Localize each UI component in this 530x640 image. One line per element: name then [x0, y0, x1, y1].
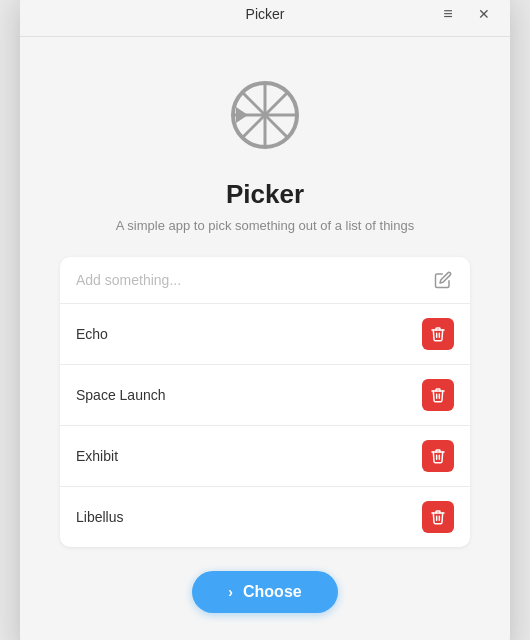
logo-container — [220, 67, 310, 161]
edit-icon-button[interactable] — [432, 269, 454, 291]
app-window: Picker ≡ ✕ Pick — [20, 0, 510, 640]
item-label: Libellus — [76, 509, 422, 525]
app-logo — [220, 67, 310, 157]
list-item: Echo — [60, 304, 470, 365]
delete-button[interactable] — [422, 501, 454, 533]
delete-button[interactable] — [422, 440, 454, 472]
close-button[interactable]: ✕ — [470, 0, 498, 28]
delete-button[interactable] — [422, 318, 454, 350]
add-item-input[interactable] — [76, 272, 432, 288]
trash-icon — [430, 448, 446, 464]
trash-icon — [430, 387, 446, 403]
chevron-right-icon: › — [228, 584, 233, 600]
list-item: Space Launch — [60, 365, 470, 426]
window-title: Picker — [246, 6, 285, 22]
choose-button-label: Choose — [243, 583, 302, 601]
titlebar-actions: ≡ ✕ — [434, 0, 498, 28]
list-item: Exhibit — [60, 426, 470, 487]
app-title: Picker — [226, 179, 304, 210]
list-item: Libellus — [60, 487, 470, 547]
item-label: Space Launch — [76, 387, 422, 403]
menu-icon: ≡ — [443, 5, 452, 23]
add-item-row — [60, 257, 470, 304]
close-icon: ✕ — [478, 6, 490, 22]
menu-button[interactable]: ≡ — [434, 0, 462, 28]
trash-icon — [430, 326, 446, 342]
item-label: Echo — [76, 326, 422, 342]
item-label: Exhibit — [76, 448, 422, 464]
titlebar: Picker ≡ ✕ — [20, 0, 510, 37]
delete-button[interactable] — [422, 379, 454, 411]
main-content: Picker A simple app to pick something ou… — [20, 37, 510, 641]
app-description: A simple app to pick something out of a … — [116, 218, 414, 233]
choose-button[interactable]: › Choose — [192, 571, 337, 613]
items-list-container: Echo Space Launch — [60, 257, 470, 547]
trash-icon — [430, 509, 446, 525]
pencil-icon — [434, 271, 452, 289]
svg-marker-5 — [236, 107, 248, 123]
